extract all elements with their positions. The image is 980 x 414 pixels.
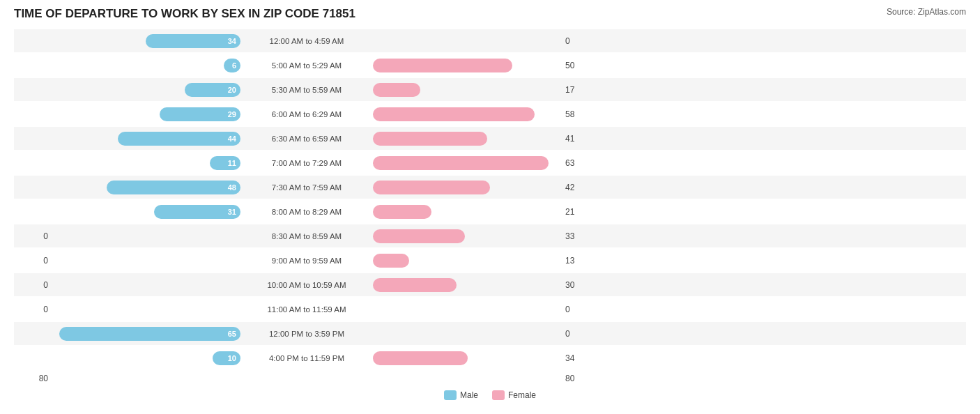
male-bar-container: 6 (52, 59, 240, 72)
female-value-label: 34 (561, 353, 599, 363)
male-bar-container: 31 (52, 205, 240, 219)
female-bar-container (373, 229, 561, 243)
chart-row: 34 12:00 AM to 4:59 AM 0 (14, 29, 966, 52)
male-bar-container: 20 (52, 83, 240, 97)
male-bar-container: 34 (52, 34, 240, 48)
female-bar-container (373, 132, 561, 146)
axis-left-value: 80 (14, 374, 52, 383)
female-value-label: 17 (561, 85, 599, 95)
female-bar (373, 83, 420, 97)
female-value-label: 33 (561, 231, 599, 241)
female-value-label: 0 (561, 329, 599, 339)
male-bar-value: 34 (228, 37, 236, 45)
source-label: Source: ZipAtlas.com (887, 7, 966, 17)
male-bar: 65 (59, 327, 240, 341)
chart-area: 34 12:00 AM to 4:59 AM 0 6 5:00 AM to 5:… (14, 29, 966, 400)
male-bar-value: 48 (228, 183, 236, 192)
male-bar-container: 65 (52, 327, 240, 341)
time-label: 10:00 AM to 10:59 AM (240, 281, 373, 289)
female-value-label: 42 (561, 183, 599, 192)
female-value-label: 63 (561, 158, 599, 168)
female-bar-container (373, 254, 561, 268)
time-label: 12:00 PM to 3:59 PM (240, 330, 373, 338)
male-bar: 10 (213, 351, 240, 365)
chart-row: 48 7:30 AM to 7:59 AM 42 (14, 176, 966, 199)
female-bar-container (373, 278, 561, 292)
male-value-label: 0 (14, 280, 52, 290)
legend-male-box (444, 390, 457, 400)
female-bar (373, 351, 468, 365)
female-value-label: 41 (561, 134, 599, 144)
chart-row: 0 9:00 AM to 9:59 AM 13 (14, 249, 966, 272)
legend-female-box (492, 390, 505, 400)
female-bar (373, 254, 409, 268)
time-label: 8:00 AM to 8:29 AM (240, 208, 373, 216)
male-bar-container: 10 (52, 351, 240, 365)
female-value-label: 13 (561, 256, 599, 266)
female-value-label: 58 (561, 109, 599, 119)
female-bar (373, 278, 457, 292)
male-bar-value: 20 (228, 86, 236, 94)
female-bar (373, 107, 535, 121)
female-bar-container (373, 351, 561, 365)
chart-row: 44 6:30 AM to 6:59 AM 41 (14, 127, 966, 150)
time-label: 11:00 AM to 11:59 AM (240, 305, 373, 314)
female-bar-container (373, 107, 561, 121)
chart-row: 31 8:00 AM to 8:29 AM 21 (14, 200, 966, 223)
chart-row: 10 4:00 PM to 11:59 PM 34 (14, 346, 966, 369)
male-bar: 6 (224, 59, 240, 72)
female-bar-container (373, 59, 561, 72)
legend-female: Female (492, 390, 536, 400)
male-bar-container: 48 (52, 181, 240, 194)
legend: Male Female (14, 390, 966, 400)
female-bar-container (373, 205, 561, 219)
time-label: 8:30 AM to 8:59 AM (240, 232, 373, 240)
chart-row: 0 8:30 AM to 8:59 AM 33 (14, 224, 966, 247)
female-bar (373, 205, 431, 219)
male-bar-value: 10 (228, 354, 236, 362)
time-label: 12:00 AM to 4:59 AM (240, 37, 373, 45)
female-bar-container (373, 181, 561, 194)
male-value-label: 0 (14, 256, 52, 266)
axis-right-value: 80 (561, 374, 599, 383)
legend-female-label: Female (508, 390, 536, 400)
male-bar: 48 (107, 181, 240, 194)
female-value-label: 21 (561, 207, 599, 217)
male-bar: 11 (210, 156, 240, 170)
female-bar (373, 59, 512, 72)
male-bar-value: 11 (228, 159, 236, 167)
male-bar-value: 31 (228, 208, 236, 216)
male-bar: 44 (118, 132, 240, 146)
chart-row: 6 5:00 AM to 5:29 AM 50 (14, 54, 966, 77)
male-bar: 31 (154, 205, 240, 219)
male-bar-value: 65 (228, 330, 236, 338)
time-label: 5:00 AM to 5:29 AM (240, 61, 373, 70)
time-label: 7:30 AM to 7:59 AM (240, 183, 373, 192)
chart-row: 0 11:00 AM to 11:59 AM 0 (14, 298, 966, 321)
female-value-label: 0 (561, 305, 599, 314)
male-bar: 34 (146, 34, 240, 48)
time-label: 4:00 PM to 11:59 PM (240, 354, 373, 362)
legend-male: Male (444, 390, 478, 400)
male-bar-value: 29 (228, 110, 236, 118)
female-value-label: 0 (561, 36, 599, 46)
legend-male-label: Male (460, 390, 478, 400)
female-bar (373, 229, 465, 243)
female-bar-container (373, 156, 561, 170)
male-bar: 29 (160, 107, 240, 121)
axis-row: 80 80 (14, 374, 966, 383)
time-label: 9:00 AM to 9:59 AM (240, 256, 373, 265)
female-value-label: 50 (561, 61, 599, 70)
female-bar (373, 132, 487, 146)
male-bar-container: 29 (52, 107, 240, 121)
chart-title: TIME OF DEPARTURE TO WORK BY SEX IN ZIP … (14, 7, 355, 21)
chart-row: 20 5:30 AM to 5:59 AM 17 (14, 78, 966, 101)
female-value-label: 30 (561, 280, 599, 290)
female-bar (373, 181, 490, 194)
time-label: 5:30 AM to 5:59 AM (240, 86, 373, 94)
male-bar-value: 44 (228, 135, 236, 143)
time-label: 6:30 AM to 6:59 AM (240, 135, 373, 143)
male-value-label: 0 (14, 305, 52, 314)
chart-row: 0 10:00 AM to 10:59 AM 30 (14, 273, 966, 296)
male-bar: 20 (185, 83, 240, 97)
